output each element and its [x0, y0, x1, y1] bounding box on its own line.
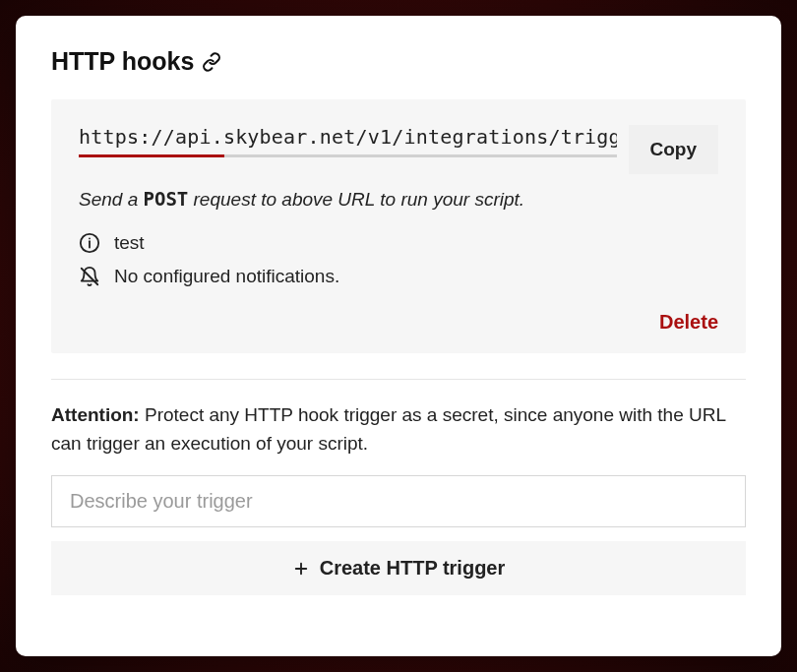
- url-row: https://api.skybear.net/v1/integrations/…: [79, 125, 718, 174]
- notifications-line: No configured notifications.: [79, 266, 718, 287]
- create-btn-label: Create HTTP trigger: [320, 557, 506, 580]
- hint-line: Send a POST request to above URL to run …: [79, 188, 718, 211]
- url-field[interactable]: https://api.skybear.net/v1/integrations/…: [79, 125, 617, 157]
- url-underline: [79, 154, 617, 157]
- hint-prefix: Send a: [79, 189, 144, 210]
- describe-trigger-input[interactable]: [51, 475, 746, 527]
- bell-off-icon: [79, 266, 100, 287]
- attention-bold: Attention:: [51, 404, 140, 425]
- section-title: HTTP hooks: [51, 47, 746, 76]
- notifications-text: No configured notifications.: [114, 266, 339, 287]
- trigger-url: https://api.skybear.net/v1/integrations/…: [79, 125, 617, 149]
- delete-row: Delete: [79, 311, 718, 334]
- hint-suffix: request to above URL to run your script.: [188, 189, 524, 210]
- http-hooks-card: HTTP hooks https://api.skybear.net/v1/in…: [16, 16, 781, 656]
- attention-body: Protect any HTTP hook trigger as a secre…: [51, 404, 725, 454]
- info-line: test: [79, 232, 718, 254]
- plus-icon: [292, 560, 310, 578]
- info-icon: [79, 232, 100, 254]
- delete-button[interactable]: Delete: [659, 311, 718, 334]
- hook-box: https://api.skybear.net/v1/integrations/…: [51, 99, 746, 353]
- svg-point-2: [89, 238, 91, 240]
- copy-button[interactable]: Copy: [629, 125, 719, 174]
- create-http-trigger-button[interactable]: Create HTTP trigger: [51, 541, 746, 595]
- url-underline-fill: [79, 154, 224, 157]
- section-title-text: HTTP hooks: [51, 47, 194, 76]
- link-icon: [202, 52, 221, 72]
- info-text: test: [114, 232, 145, 254]
- attention-text: Attention: Protect any HTTP hook trigger…: [51, 401, 746, 458]
- divider: [51, 379, 746, 380]
- hint-method: POST: [144, 188, 189, 210]
